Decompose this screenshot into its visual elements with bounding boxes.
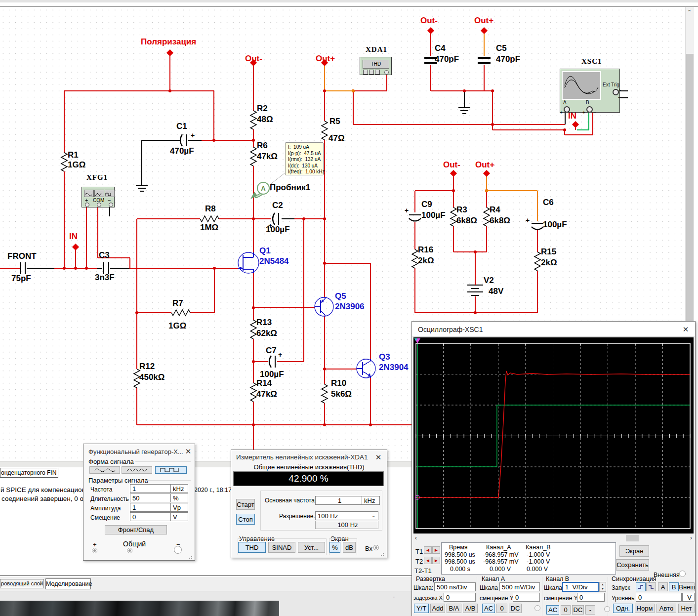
- trig-level-input[interactable]: 0: [636, 593, 682, 602]
- fg-minus-radio[interactable]: [174, 546, 182, 554]
- square-icon: [105, 190, 115, 197]
- cha-ac-button[interactable]: AC: [482, 604, 495, 613]
- component-label: 5k6Ω: [331, 390, 352, 398]
- tab-layer[interactable]: роводящий слой: [0, 579, 44, 588]
- chb-spinner[interactable]: ▲▼: [599, 582, 606, 592]
- component-label: R15: [541, 247, 556, 256]
- cha-y-input[interactable]: 0: [513, 593, 540, 602]
- distortion-analyzer-icon[interactable]: THD: [360, 57, 392, 75]
- yt-button[interactable]: Y/T: [414, 604, 429, 613]
- component-label: 470pF: [496, 55, 520, 63]
- component-label: 47kΩ: [257, 152, 278, 161]
- thd-res-label: Разрешение.: [279, 513, 315, 520]
- cha-scale-input[interactable]: 500 mV/Div: [499, 582, 540, 591]
- scroll-right-icon[interactable]: ›: [690, 534, 692, 541]
- t2-left-button[interactable]: ◄: [424, 557, 432, 564]
- auto-button[interactable]: Авто: [657, 604, 676, 613]
- component-label: XDA1: [366, 45, 387, 54]
- stop-button[interactable]: Стоп: [236, 514, 255, 525]
- fg-plus-radio[interactable]: [92, 548, 97, 553]
- t1-right-button[interactable]: ►: [432, 546, 440, 554]
- results-tab[interactable]: онденцаторного FIN: [0, 468, 58, 478]
- thd-input-radio[interactable]: [373, 545, 379, 550]
- tb-x-input[interactable]: 0: [444, 593, 476, 602]
- trig-a-button[interactable]: A: [658, 582, 668, 591]
- cha-0-button[interactable]: 0: [496, 604, 507, 613]
- sinad-button[interactable]: SINAD: [268, 542, 295, 553]
- chb-0-button[interactable]: 0: [561, 605, 571, 615]
- add-button[interactable]: Add: [430, 604, 445, 613]
- t1-label: T1: [415, 548, 423, 555]
- scope-hscroll[interactable]: ‹ ›: [413, 534, 694, 542]
- component-label: C5: [496, 44, 507, 52]
- component-label: +: [191, 131, 195, 139]
- edge-button[interactable]: Фронт/Спад: [105, 525, 167, 534]
- fg-amplitude-input[interactable]: 1: [130, 503, 171, 512]
- rising-edge-button[interactable]: [636, 582, 646, 591]
- thd-freq-input[interactable]: 1: [315, 496, 362, 505]
- start-button[interactable]: Старт: [236, 499, 255, 510]
- db-button[interactable]: dB: [343, 542, 356, 553]
- scope-close-icon[interactable]: ✕: [681, 325, 690, 334]
- component-label: +: [405, 206, 409, 214]
- chb-scale-input[interactable]: 1 V/Div: [562, 582, 599, 592]
- none-button[interactable]: Нет: [678, 604, 695, 613]
- thd-res-dropdown[interactable]: 100 Hz: [315, 511, 378, 520]
- settings-button[interactable]: Уст...: [298, 542, 325, 553]
- ba-button[interactable]: B/A: [447, 604, 461, 613]
- tb-scale-input[interactable]: 500 ns/Div: [434, 582, 476, 591]
- triangle-wave-button[interactable]: [122, 466, 152, 474]
- fg-row-label: Смещение: [90, 514, 120, 521]
- panel-divider: [0, 575, 411, 576]
- triangle-icon: [94, 190, 104, 197]
- scroll-left-icon[interactable]: ‹: [415, 534, 417, 541]
- norm-button[interactable]: Норм: [635, 604, 655, 613]
- trig-ext-button[interactable]: Внеш: [680, 582, 695, 591]
- fg-frequency-input[interactable]: 1: [130, 484, 171, 493]
- a-terminal: [564, 106, 570, 113]
- component-label: R8: [205, 205, 216, 213]
- sine-wave-button[interactable]: [89, 466, 120, 474]
- thd-close-icon[interactable]: ✕: [374, 453, 383, 462]
- chb-minus-button[interactable]: -: [585, 605, 595, 615]
- falling-edge-button[interactable]: [646, 582, 656, 591]
- svg-text:A: A: [261, 185, 266, 192]
- b-terminal: [586, 106, 593, 113]
- cha-radio[interactable]: [534, 605, 540, 611]
- oscilloscope-icon[interactable]: Ext Trig + − A B + + −: [560, 69, 620, 113]
- fg-resize-grip[interactable]: [189, 554, 194, 559]
- thd-resize-grip[interactable]: [380, 551, 385, 556]
- chevron-down-icon[interactable]: ⌄: [371, 513, 375, 518]
- chb-radio[interactable]: [604, 606, 610, 612]
- function-generator-icon[interactable]: + COM −: [82, 187, 115, 207]
- probe-tooltip: I: 109 uAI(p-p): 47.5 uAI(rms): 132 uAI(…: [285, 142, 324, 175]
- thd-mode-button[interactable]: THD: [238, 542, 266, 553]
- chb-dc-button[interactable]: DC: [572, 605, 584, 615]
- chb-y-input[interactable]: 0: [577, 593, 605, 602]
- cha-dc-button[interactable]: DC: [509, 604, 522, 613]
- component-label: R7: [172, 299, 183, 307]
- fg-common-radio[interactable]: [127, 548, 132, 553]
- trig-b-button[interactable]: B: [669, 582, 679, 591]
- fg-close-icon[interactable]: ✕: [184, 447, 193, 456]
- tab-simulation[interactable]: Моделирование: [45, 578, 91, 589]
- readout-r3-time: 0.000 s: [450, 566, 470, 573]
- percent-button[interactable]: %: [329, 542, 340, 553]
- fg-duty-input[interactable]: 50: [130, 493, 171, 502]
- t1-left-button[interactable]: ◄: [424, 546, 432, 554]
- scope-screen-button[interactable]: Экран: [619, 545, 649, 557]
- xda1-button: [369, 70, 374, 75]
- chb-ac-button[interactable]: AC: [546, 605, 559, 615]
- square-wave-button[interactable]: [155, 466, 187, 474]
- scope-save-button[interactable]: Сохранить: [616, 559, 649, 571]
- ab-button[interactable]: A/B: [463, 604, 478, 613]
- component-label: 62kΩ: [256, 329, 277, 337]
- net-label: Out-: [443, 161, 460, 169]
- external-radio[interactable]: [679, 571, 686, 577]
- scope-hscroll-thumb[interactable]: [626, 535, 639, 541]
- single-button[interactable]: Одн.: [613, 604, 633, 613]
- xda1-button: [363, 70, 368, 75]
- t2-right-button[interactable]: ►: [432, 557, 440, 564]
- fg-offset-input[interactable]: 0: [130, 512, 171, 521]
- xda1-terminal: [384, 70, 389, 75]
